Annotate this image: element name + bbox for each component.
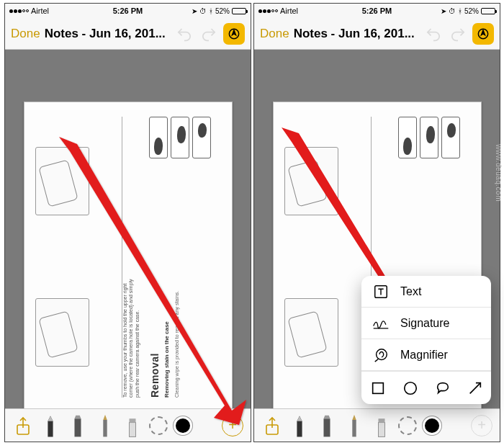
watermark: www.deuaq.com: [495, 144, 503, 202]
svg-rect-19: [372, 382, 383, 393]
status-bar: Airtel 5:26 PM ➤ ⏱ ᚼ 52%: [5, 4, 251, 18]
markup-toolbar: +: [5, 408, 251, 442]
removal-subheading: Removing stain on the case: [163, 239, 170, 398]
popup-item-magnifier[interactable]: Magnifier: [361, 339, 491, 371]
popup-label: Text: [400, 285, 421, 298]
pen-tool[interactable]: [40, 412, 61, 439]
redo-button: [199, 24, 219, 44]
pencil-tool[interactable]: [94, 412, 116, 439]
done-button[interactable]: Done: [260, 27, 289, 41]
lasso-tool[interactable]: [149, 416, 168, 435]
redo-button: [448, 24, 468, 44]
shape-arrow[interactable]: [467, 380, 483, 396]
instruction-illustration: [284, 299, 338, 367]
stain-example-box: [192, 117, 211, 158]
note-title: Notes - Jun 16, 201...: [294, 27, 415, 41]
content-header-gray: [5, 50, 251, 102]
scanned-document[interactable]: To remove, use your thumbs to hold the u…: [24, 102, 233, 408]
undo-button: [423, 24, 444, 44]
signature-icon: [372, 316, 390, 331]
text-icon: [372, 284, 390, 300]
svg-rect-6: [130, 422, 136, 436]
popup-label: Magnifier: [400, 349, 448, 362]
shape-speech-bubble[interactable]: [435, 380, 451, 396]
document-area[interactable]: To remove, use your thumbs to hold the u…: [5, 102, 251, 408]
stain-example-box: [398, 117, 417, 158]
screenshot-right: Airtel 5:26 PM ➤ ⏱ ᚼ 52% Done Notes - Ju…: [253, 3, 500, 442]
nav-bar: Done Notes - Jun 16, 201...: [254, 18, 500, 50]
done-button[interactable]: Done: [11, 27, 40, 41]
pencil-tool[interactable]: [343, 412, 365, 439]
svg-point-18: [377, 349, 387, 359]
marker-tool[interactable]: [316, 412, 338, 439]
clock: 5:26 PM: [5, 6, 251, 15]
add-annotation-button[interactable]: +: [222, 415, 243, 436]
popup-item-signature[interactable]: Signature: [361, 308, 491, 339]
color-picker[interactable]: [423, 416, 441, 435]
markup-tool-button[interactable]: [223, 23, 245, 45]
screenshot-left: Airtel 5:26 PM ➤ ⏱ ᚼ 52% Done Notes - Ju…: [4, 3, 251, 442]
add-annotation-button[interactable]: +: [471, 415, 492, 436]
eraser-tool[interactable]: [122, 412, 143, 439]
popup-label: Signature: [400, 317, 450, 330]
svg-rect-11: [324, 418, 330, 436]
eraser-tool[interactable]: [371, 412, 392, 439]
undo-button: [174, 24, 194, 44]
stain-example-box: [441, 117, 460, 158]
popup-shapes-row: [361, 371, 491, 404]
svg-rect-16: [379, 418, 385, 422]
svg-rect-4: [103, 420, 107, 436]
svg-marker-14: [352, 414, 356, 419]
instruction-illustration: [284, 148, 338, 216]
note-title: Notes - Jun 16, 201...: [45, 27, 166, 41]
lasso-tool[interactable]: [398, 416, 417, 435]
svg-point-20: [404, 382, 416, 394]
status-bar: Airtel 5:26 PM ➤ ⏱ ᚼ 52%: [254, 4, 500, 18]
content-header-gray: [254, 50, 500, 102]
pen-tool[interactable]: [289, 412, 310, 439]
removal-paragraph: Cleaning wipe is provided to remove any …: [174, 239, 179, 398]
popup-item-text[interactable]: Text: [361, 276, 491, 308]
share-button[interactable]: [261, 412, 283, 439]
add-annotation-popup: Text Signature Magnifier: [361, 276, 491, 404]
scan-caption: To remove, use your thumbs to hold the u…: [122, 275, 140, 398]
svg-rect-15: [379, 422, 385, 436]
svg-rect-2: [75, 418, 81, 436]
removal-heading: Removal: [149, 239, 161, 398]
svg-marker-12: [324, 415, 330, 418]
svg-marker-3: [75, 415, 81, 418]
battery-icon: [481, 8, 495, 14]
instruction-illustration: [35, 148, 89, 216]
svg-marker-5: [103, 414, 107, 419]
shape-rectangle[interactable]: [370, 380, 386, 396]
color-picker[interactable]: [174, 416, 192, 435]
stain-example-box: [149, 117, 168, 158]
svg-rect-7: [130, 418, 136, 422]
magnifier-icon: [372, 347, 390, 363]
clock: 5:26 PM: [254, 6, 500, 15]
markup-toolbar: +: [254, 408, 500, 442]
stain-example-box: [171, 117, 189, 158]
svg-rect-13: [352, 420, 356, 436]
battery-icon: [232, 8, 246, 14]
instruction-illustration: [35, 299, 89, 367]
share-button[interactable]: [12, 412, 34, 439]
markup-tool-button[interactable]: [472, 23, 494, 45]
marker-tool[interactable]: [67, 412, 89, 439]
nav-bar: Done Notes - Jun 16, 201...: [5, 18, 251, 50]
stain-example-box: [420, 117, 438, 158]
shape-circle[interactable]: [402, 380, 418, 396]
